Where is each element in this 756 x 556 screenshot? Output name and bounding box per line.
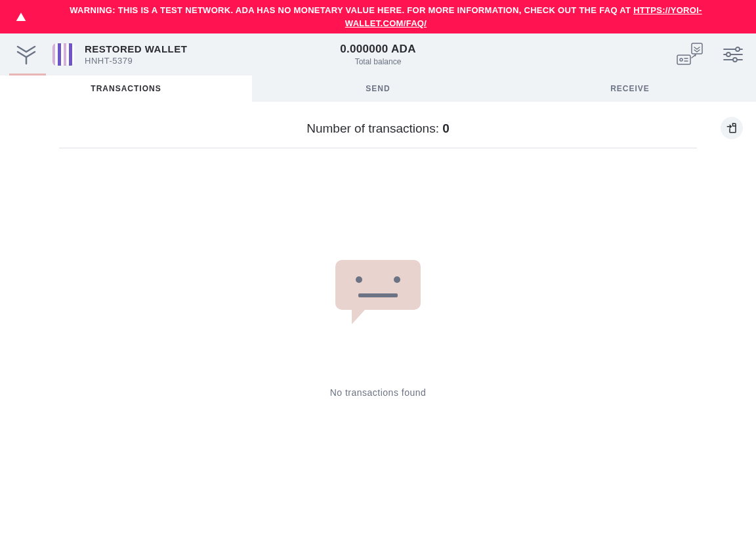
warning-prefix: WARNING: THIS IS A TEST NETWORK. ADA HAS…: [70, 5, 633, 15]
app-logo[interactable]: [7, 44, 46, 65]
wallet-info[interactable]: RESTORED WALLET HNHT-5379: [52, 43, 187, 66]
empty-state-icon: [335, 253, 421, 326]
test-network-warning-banner: WARNING: THIS IS A TEST NETWORK. ADA HAS…: [0, 0, 756, 33]
warning-icon: [16, 12, 26, 22]
balance-amount: 0.000000 ADA: [340, 43, 415, 56]
top-bar: RESTORED WALLET HNHT-5379 0.000000 ADA T…: [0, 33, 756, 75]
transactions-count-value: 0: [442, 121, 450, 135]
empty-state: No transactions found: [23, 253, 733, 398]
wallet-avatar-icon: [52, 43, 75, 66]
sidebar-accent: [9, 74, 46, 75]
balance-display: 0.000000 ADA Total balance: [340, 43, 415, 66]
balance-label: Total balance: [340, 57, 415, 66]
svg-point-8: [733, 58, 737, 62]
svg-point-10: [394, 276, 400, 283]
warning-text: WARNING: THIS IS A TEST NETWORK. ADA HAS…: [32, 4, 740, 30]
wallet-id: HNHT-5379: [85, 56, 187, 66]
svg-point-2: [680, 58, 682, 61]
wallet-name: RESTORED WALLET: [85, 43, 187, 54]
tab-send[interactable]: SEND: [252, 75, 504, 102]
svg-point-9: [356, 276, 362, 283]
settings-icon[interactable]: [723, 47, 743, 62]
tab-receive[interactable]: RECEIVE: [504, 75, 756, 102]
divider: [59, 148, 697, 148]
svg-rect-11: [358, 293, 398, 297]
hardware-wallet-icon[interactable]: [676, 42, 704, 67]
transactions-panel: Number of transactions: 0 No transaction…: [0, 102, 756, 417]
svg-rect-1: [677, 55, 690, 64]
svg-point-6: [726, 53, 730, 56]
svg-point-4: [736, 47, 740, 51]
tab-transactions[interactable]: TRANSACTIONS: [0, 75, 252, 102]
transactions-count-header: Number of transactions: 0: [23, 121, 733, 148]
empty-state-message: No transactions found: [23, 387, 733, 398]
transactions-count-label: Number of transactions:: [306, 121, 442, 135]
wallet-tabs: TRANSACTIONS SEND RECEIVE: [0, 75, 756, 102]
